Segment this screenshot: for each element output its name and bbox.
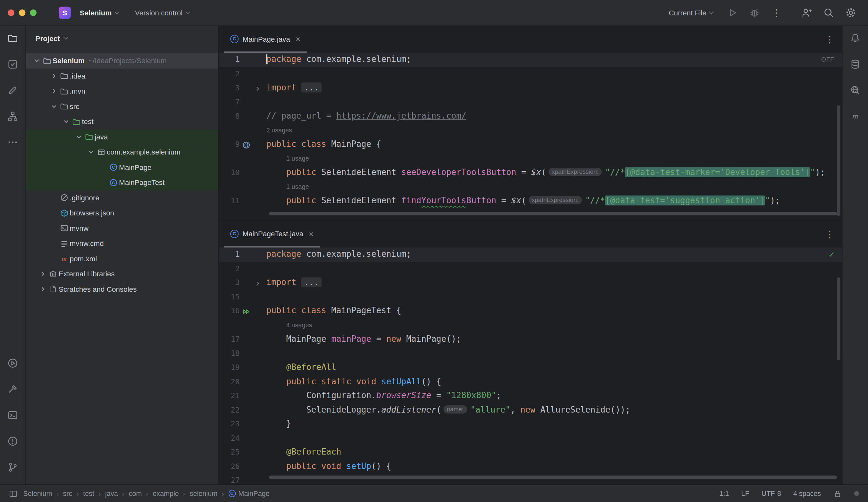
- code-line[interactable]: 1package com.example.selenium;✓: [219, 247, 842, 262]
- build-tool-button[interactable]: [0, 377, 25, 403]
- version-control-tool-button[interactable]: [0, 455, 25, 481]
- tree-row[interactable]: CMainPage: [26, 160, 218, 175]
- code-line[interactable]: 3import ...: [219, 276, 842, 290]
- editor-tab-mainpagetest[interactable]: MainPageTest.java ×: [224, 221, 320, 247]
- code-line[interactable]: 21 Configuration.browserSize = "1280x800…: [219, 389, 842, 403]
- line-number[interactable]: 16: [231, 304, 240, 318]
- maven-tool-button[interactable]: m: [843, 104, 868, 130]
- fold-collapsed-icon[interactable]: [254, 279, 262, 287]
- more-actions-icon[interactable]: ⋮: [769, 6, 784, 20]
- tree-row[interactable]: mpom.xml: [26, 251, 218, 266]
- close-tab-icon[interactable]: ×: [309, 229, 313, 238]
- inspections-ok-icon[interactable]: ✓: [829, 247, 834, 262]
- tree-row[interactable]: java: [26, 129, 218, 144]
- line-number[interactable]: 26: [231, 459, 240, 473]
- code-line[interactable]: 17 MainPage mainPage = new MainPage();: [219, 332, 842, 346]
- settings-gear-icon[interactable]: [844, 6, 858, 20]
- code-line[interactable]: 22 SelenideLogger.addListener(name:"allu…: [219, 403, 842, 417]
- chevron-right-icon[interactable]: [38, 269, 48, 279]
- code-line[interactable]: 8// page_url = https://www.jetbrains.com…: [219, 109, 842, 123]
- zoom-window-button[interactable]: [30, 9, 37, 16]
- line-number[interactable]: 23: [231, 417, 240, 431]
- code-line[interactable]: 2: [219, 67, 842, 81]
- structure-tool-button[interactable]: [0, 104, 25, 130]
- chevron-right-icon[interactable]: [49, 71, 59, 81]
- tree-row[interactable]: .gitignore: [26, 190, 218, 205]
- line-number[interactable]: 15: [231, 290, 240, 304]
- line-number[interactable]: 18: [231, 346, 240, 360]
- chevron-right-icon[interactable]: [49, 87, 59, 96]
- run-test-gutter-icon[interactable]: [242, 307, 251, 316]
- close-tab-icon[interactable]: ×: [296, 34, 300, 43]
- tree-row[interactable]: com.example.selenium: [26, 145, 218, 160]
- usages-inlay-hint[interactable]: 2 usages: [219, 123, 842, 137]
- line-number[interactable]: 2: [235, 262, 240, 276]
- vcs-widget[interactable]: Version control: [131, 6, 194, 20]
- chevron-down-icon[interactable]: [74, 132, 84, 141]
- run-button[interactable]: [725, 6, 740, 20]
- chevron-down-icon[interactable]: [61, 117, 71, 126]
- project-panel-header[interactable]: Project: [26, 26, 218, 50]
- code-line[interactable]: 19 @BeforeAll: [219, 360, 842, 375]
- run-tool-button[interactable]: [0, 351, 25, 377]
- vertical-scrollbar[interactable]: [837, 277, 840, 360]
- chevron-right-icon[interactable]: [38, 285, 48, 294]
- code-line[interactable]: 15: [219, 290, 842, 304]
- chevron-down-icon[interactable]: [49, 102, 59, 111]
- line-separator-widget[interactable]: LF: [741, 490, 749, 498]
- code-line[interactable]: 26 public void setUp() {: [219, 459, 842, 473]
- editor-content[interactable]: 1package com.example.selenium;OFF23impor…: [219, 53, 842, 220]
- run-config-selector[interactable]: Current File: [664, 6, 718, 20]
- status-indicator-dot[interactable]: [854, 491, 859, 496]
- code-line[interactable]: 10 public SelenideElement seeDeveloperTo…: [219, 165, 842, 180]
- indent-widget[interactable]: 4 spaces: [793, 490, 821, 498]
- problems-tool-button[interactable]: [0, 429, 25, 455]
- code-with-me-icon[interactable]: [799, 6, 814, 20]
- debug-bug-icon[interactable]: [747, 6, 762, 20]
- breadcrumb-item[interactable]: MainPage: [228, 490, 269, 498]
- vertical-scrollbar[interactable]: [837, 105, 840, 216]
- horizontal-scrollbar[interactable]: [269, 212, 837, 215]
- code-line[interactable]: 23 }: [219, 417, 842, 431]
- code-line[interactable]: 11 public SelenideElement findYourToolsB…: [219, 194, 842, 208]
- code-line[interactable]: 18: [219, 346, 842, 360]
- tree-row[interactable]: .idea: [26, 68, 218, 83]
- line-number[interactable]: 1: [235, 53, 240, 67]
- code-line[interactable]: 9public class MainPage {: [219, 137, 842, 151]
- line-number[interactable]: 17: [231, 332, 240, 346]
- line-number[interactable]: 24: [231, 431, 240, 445]
- tree-row[interactable]: .mvn: [26, 84, 218, 99]
- horizontal-scrollbar[interactable]: [269, 475, 837, 479]
- highlighting-off-widget[interactable]: OFF: [821, 53, 834, 67]
- lock-icon[interactable]: [833, 489, 842, 498]
- code-line[interactable]: 2: [219, 262, 842, 276]
- breadcrumb-item[interactable]: example: [153, 490, 179, 498]
- tree-row[interactable]: Scratches and Consoles: [26, 281, 218, 297]
- line-number[interactable]: 21: [231, 389, 240, 403]
- code-line[interactable]: 1package com.example.selenium;OFF: [219, 53, 842, 67]
- chevron-down-icon[interactable]: [31, 57, 41, 65]
- edit-tool-button[interactable]: [0, 78, 25, 104]
- editor-tab-mainpage[interactable]: MainPage.java ×: [224, 26, 307, 53]
- tree-row[interactable]: mvnw: [26, 221, 218, 236]
- project-tool-button[interactable]: [0, 26, 25, 52]
- caret-position[interactable]: 1:1: [719, 490, 729, 498]
- window-layout-icon[interactable]: [9, 489, 18, 498]
- breadcrumb-item[interactable]: selenium: [190, 490, 217, 498]
- fold-collapsed-icon[interactable]: [254, 84, 262, 92]
- tab-options-icon[interactable]: ⋮: [825, 229, 834, 239]
- line-number[interactable]: 8: [235, 109, 240, 123]
- tree-row[interactable]: mvnw.cmd: [26, 236, 218, 251]
- tree-row[interactable]: browsers.json: [26, 205, 218, 221]
- more-tool-windows-button[interactable]: [0, 130, 25, 156]
- breadcrumb-item[interactable]: src: [63, 490, 72, 498]
- tree-row[interactable]: Selenium~/IdeaProjects/Selenium: [26, 53, 218, 68]
- line-number[interactable]: 3: [235, 276, 240, 290]
- project-selector[interactable]: Selenium: [75, 6, 123, 20]
- close-window-button[interactable]: [8, 9, 14, 16]
- line-number[interactable]: 9: [235, 137, 240, 151]
- commit-tool-button[interactable]: [0, 52, 25, 78]
- usages-inlay-hint[interactable]: 4 usages: [219, 318, 842, 332]
- line-number[interactable]: 22: [231, 403, 240, 417]
- tab-options-icon[interactable]: ⋮: [825, 34, 834, 44]
